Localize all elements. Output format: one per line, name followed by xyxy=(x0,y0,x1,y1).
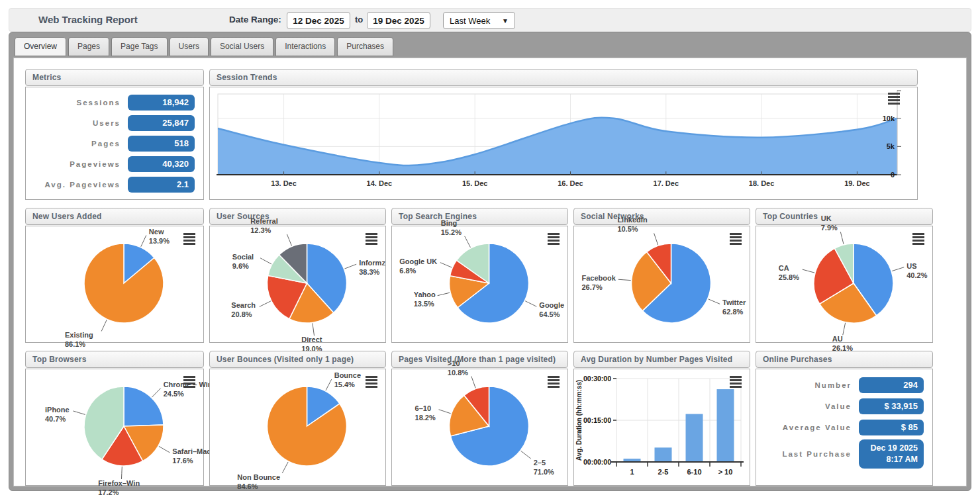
svg-text:Twitter: Twitter xyxy=(722,298,746,306)
svg-text:Google UK: Google UK xyxy=(399,257,437,265)
svg-text:84.6%: 84.6% xyxy=(237,482,258,490)
svg-text:10.5%: 10.5% xyxy=(617,225,638,233)
svg-text:Search: Search xyxy=(231,301,256,309)
purchase-label: Last Purchase xyxy=(782,450,852,458)
svg-text:38.3%: 38.3% xyxy=(359,268,379,276)
pages-visited-pie-chart: 2–571.0%6–1018.2%>1010.8% xyxy=(392,369,567,485)
svg-text:17.2%: 17.2% xyxy=(98,488,119,496)
context-menu-icon[interactable] xyxy=(912,233,924,246)
svg-text:Avg. Duration (hh:mm:ss): Avg. Duration (hh:mm:ss) xyxy=(575,380,583,461)
svg-text:Bing: Bing xyxy=(441,219,457,227)
metric-value-users: 25,847 xyxy=(128,115,195,131)
metric-value-pageviews: 40,320 xyxy=(128,156,195,172)
svg-text:Yahoo: Yahoo xyxy=(414,291,436,298)
header-bar: Web Tracking Report Date Range: to Last … xyxy=(9,8,971,32)
context-menu-icon[interactable] xyxy=(183,233,195,246)
metric-label: Avg. Pageviews xyxy=(44,181,121,189)
context-menu-icon[interactable] xyxy=(730,376,742,389)
panel-top-browsers: Top Browsers Chrome – Win24.5%Safari–Mac… xyxy=(25,351,204,486)
metric-label: Pages xyxy=(91,140,121,148)
panel-title: Top Browsers xyxy=(25,351,204,368)
svg-text:13.9%: 13.9% xyxy=(149,237,170,245)
panel-title: Pages Visited (More than 1 page visited) xyxy=(391,351,568,368)
svg-text:1: 1 xyxy=(630,468,634,476)
panel-title: Top Search Engines xyxy=(391,208,568,225)
svg-text:13.5%: 13.5% xyxy=(414,300,434,308)
svg-text:LinkedIn: LinkedIn xyxy=(617,216,648,224)
svg-text:62.8%: 62.8% xyxy=(722,308,743,316)
svg-text:6.8%: 6.8% xyxy=(399,267,416,275)
tab-pages[interactable]: Pages xyxy=(68,37,109,56)
date-from-input[interactable] xyxy=(287,12,350,29)
svg-text:> 10: > 10 xyxy=(718,468,733,476)
svg-text:12.3%: 12.3% xyxy=(250,226,271,234)
user-sources-pie-chart: Informz38.3%Direct19.0%Search20.8%Social… xyxy=(210,226,385,342)
tab-page-tags[interactable]: Page Tags xyxy=(111,37,168,56)
tab-interactions[interactable]: Interactions xyxy=(275,37,335,56)
metric-value-avg-pageviews: 2.1 xyxy=(128,177,195,193)
svg-text:9.6%: 9.6% xyxy=(232,262,249,270)
panel-title: User Bounces (Visited only 1 page) xyxy=(209,351,386,368)
svg-text:64.5%: 64.5% xyxy=(539,310,560,318)
svg-text:40.2%: 40.2% xyxy=(906,271,927,279)
purchase-value-total: $ 33,915 xyxy=(859,398,924,414)
svg-text:Firefox–Win: Firefox–Win xyxy=(98,479,140,487)
tab-social-users[interactable]: Social Users xyxy=(211,37,273,56)
panel-metrics-title: Metrics xyxy=(25,69,204,86)
svg-text:iPhone: iPhone xyxy=(45,406,70,414)
svg-text:40.7%: 40.7% xyxy=(45,415,66,423)
metric-value-pages: 518 xyxy=(128,136,195,152)
panel-social-networks: Social Networks Twitter62.8%Facebook26.7… xyxy=(573,208,750,343)
panel-new-users-added: New Users Added New13.9%Existing86.1% xyxy=(25,208,204,343)
context-menu-icon[interactable] xyxy=(548,233,560,246)
page-title: Web Tracking Report xyxy=(38,14,138,25)
metric-label: Pageviews xyxy=(70,160,121,168)
panel-title: Top Countries xyxy=(756,208,933,225)
context-menu-icon[interactable] xyxy=(888,93,900,106)
context-menu-icon[interactable] xyxy=(183,376,195,389)
tab-users[interactable]: Users xyxy=(170,37,209,56)
svg-text:17.6%: 17.6% xyxy=(172,457,193,465)
tab-purchases[interactable]: Purchases xyxy=(337,37,393,56)
date-to-input[interactable] xyxy=(367,12,430,29)
svg-text:16. Dec: 16. Dec xyxy=(558,179,583,187)
svg-text:00:30:00: 00:30:00 xyxy=(583,375,611,383)
date-preset-select[interactable]: Last Week ▼ xyxy=(443,12,515,29)
panel-title: Avg Duration by Number Pages Visited xyxy=(573,351,750,368)
purchase-value-last: Dec 19 2025 8:17 AM xyxy=(859,439,924,469)
svg-text:5k: 5k xyxy=(887,142,895,150)
context-menu-icon[interactable] xyxy=(366,233,377,246)
svg-text:Safari–Mac: Safari–Mac xyxy=(172,447,211,455)
svg-text:6–10: 6–10 xyxy=(415,404,431,412)
svg-text:AU: AU xyxy=(832,335,843,343)
svg-text:10.8%: 10.8% xyxy=(448,369,468,377)
svg-text:00:00:00: 00:00:00 xyxy=(583,458,611,466)
purchase-label: Average Value xyxy=(783,424,852,431)
svg-text:18. Dec: 18. Dec xyxy=(749,179,775,187)
svg-text:2-5: 2-5 xyxy=(658,468,669,476)
svg-text:00:15:00: 00:15:00 xyxy=(583,416,611,424)
svg-text:Informz: Informz xyxy=(359,259,385,267)
chevron-down-icon: ▼ xyxy=(502,17,509,24)
session-trends-area-chart: 05k10k13. Dec14. Dec15. Dec16. Dec17. De… xyxy=(210,87,917,200)
panel-title: Social Networks xyxy=(573,208,750,225)
context-menu-icon[interactable] xyxy=(366,376,377,389)
avg-duration-bar-chart: 12-56-10> 1000:00:0000:15:0000:30:00Avg.… xyxy=(574,369,750,485)
context-menu-icon[interactable] xyxy=(730,233,742,246)
purchase-value-average: $ 85 xyxy=(859,420,924,435)
social-networks-pie-chart: Twitter62.8%Facebook26.7%LinkedIn10.5% xyxy=(574,226,750,342)
metric-label: Users xyxy=(93,119,121,127)
panel-online-purchases-title: Online Purchases xyxy=(756,351,933,368)
svg-text:Bounce: Bounce xyxy=(334,371,361,379)
svg-text:UK: UK xyxy=(821,214,832,222)
svg-text:Facebook: Facebook xyxy=(582,274,616,282)
user-bounces-pie-chart: Bounce15.4%Non Bounce84.6% xyxy=(210,369,385,485)
tab-overview[interactable]: Overview xyxy=(15,37,66,56)
panel-top-countries: Top Countries US40.2%AU26.1%CA25.8%UK7.9… xyxy=(756,208,933,343)
context-menu-icon[interactable] xyxy=(548,376,560,389)
svg-text:25.8%: 25.8% xyxy=(779,273,799,281)
svg-text:18.2%: 18.2% xyxy=(415,414,436,422)
svg-text:US: US xyxy=(906,262,916,270)
svg-text:20.8%: 20.8% xyxy=(231,310,252,318)
svg-text:15.2%: 15.2% xyxy=(441,228,462,236)
